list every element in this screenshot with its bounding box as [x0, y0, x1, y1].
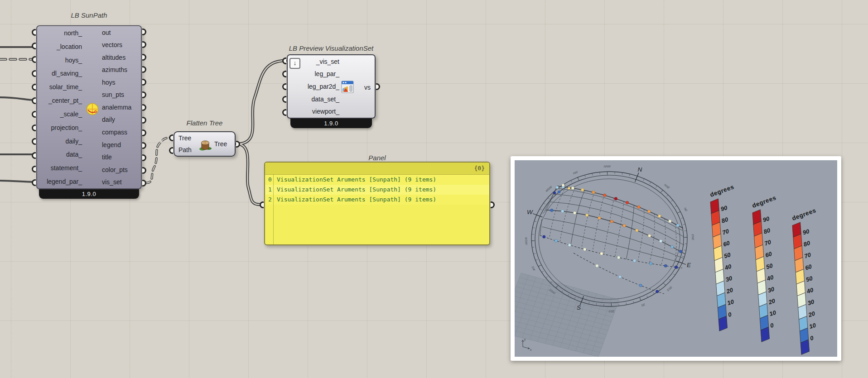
preview-input-legpar: leg_par_: [315, 71, 340, 77]
sunpath-input-statement: statement_: [51, 165, 82, 171]
preview-version: 1.9.0: [290, 119, 372, 128]
sunpath-output-azimuths: azimuths: [102, 67, 127, 73]
sunpath-title: LB SunPath: [36, 11, 142, 19]
flatten-input-path: Path: [178, 147, 192, 153]
sunpath-input-projection: projection_: [51, 124, 82, 131]
panel-row: 2VisualizationSet Aruments [Sunpath] (9 …: [265, 195, 489, 205]
input-_vis_set-grip[interactable]: [282, 57, 286, 64]
sunpath-input-location: _location: [57, 43, 82, 50]
sunpath-input-dlsaving: dl_saving_: [52, 70, 82, 77]
sunpath-input-scale: _scale_: [60, 111, 82, 117]
panel-component[interactable]: {0} 0VisualizationSet Aruments [Sunpath]…: [264, 162, 490, 245]
preview-title: LB Preview VisualizationSet: [278, 44, 385, 52]
panel-rows: 0VisualizationSet Aruments [Sunpath] (9 …: [265, 175, 489, 205]
input-leg_par_-grip[interactable]: [282, 71, 286, 77]
compass-label-N: N: [637, 166, 642, 173]
input-_scale_-grip[interactable]: [32, 111, 36, 118]
compass-label-WSW: WSW: [525, 237, 528, 245]
flatten-body[interactable]: Tree Path Tree: [174, 131, 236, 157]
sunpath-input-hoys: hoys_: [65, 57, 82, 63]
sunpath-outputs: outvectorsaltitudesazimuthshoyssun_ptsan…: [102, 26, 139, 188]
visualization-icon: [341, 81, 354, 93]
sunpath-body[interactable]: north__locationhoys_dl_saving_solar_time…: [36, 25, 142, 189]
panel-header: {0}: [265, 163, 489, 175]
input-solar_time_-grip[interactable]: [32, 84, 36, 91]
panel-title: Panel: [264, 154, 490, 162]
panel-body[interactable]: {0} 0VisualizationSet Aruments [Sunpath]…: [264, 162, 490, 245]
sunpath-3d-preview: NNNENEENEEESESESSESSSWSWWSWWWNWNWNNW 908…: [515, 160, 837, 357]
sunpath-inputs: north__locationhoys_dl_saving_solar_time…: [37, 26, 82, 188]
compass-label-SSE: SSE: [608, 310, 615, 313]
sunpath-output-vectors: vectors: [102, 42, 122, 48]
sunpath-icon: [86, 102, 99, 116]
preview-body[interactable]: _vis_setleg_par_leg_par2d_data_set_viewp…: [287, 54, 376, 119]
compass-label-W: W: [527, 209, 533, 215]
sunpath-output-sunpts: sun_pts: [102, 91, 124, 98]
sunpath-output-analemma: analemma: [102, 104, 131, 110]
compass-label-S: S: [577, 304, 581, 311]
sunpath-version: 1.9.0: [39, 189, 139, 199]
sunpath-output-hoys: hoys: [102, 79, 116, 86]
flatten-output-tree: Tree: [214, 141, 227, 147]
rhino-viewport-preview: NNNENEENEEESESESSESSSWSWWSWWWNWNWNNW 908…: [511, 156, 841, 361]
preview-input-visset: _vis_set: [316, 58, 339, 65]
input-data_-grip[interactable]: [32, 152, 36, 159]
sunpath-output-colorpts: color_pts: [102, 167, 128, 173]
input-viewport_-grip[interactable]: [282, 109, 286, 116]
sunpath-output-visset: vis_set: [102, 179, 122, 185]
panel-row: 1VisualizationSet Aruments [Sunpath] (9 …: [265, 185, 489, 195]
input-legend_par_-grip[interactable]: [32, 179, 36, 186]
sunpath-input-daily: daily_: [65, 138, 82, 144]
grasshopper-canvas[interactable]: { "components": { "sunpath": { "title": …: [0, 0, 868, 378]
input-dl_saving_-grip[interactable]: [32, 70, 36, 77]
preview-input-dataset: data_set_: [312, 96, 340, 102]
flatten-input-tree: Tree: [178, 135, 191, 141]
sunpath-input-legendpar: legend_par_: [47, 178, 82, 185]
sunpath-output-daily: daily: [102, 116, 115, 123]
preview-output-vs: vs: [364, 84, 371, 91]
tree-stump-icon: [198, 139, 212, 151]
sunpath-output-title: title: [102, 154, 112, 160]
input-statement_-grip[interactable]: [32, 166, 36, 172]
input-path-grip[interactable]: [169, 147, 173, 154]
preview-input-viewport: viewport_: [312, 108, 339, 115]
input-_center_pt_-grip[interactable]: [32, 97, 36, 104]
wire-legend-par[interactable]: [0, 181, 34, 182]
flatten-component[interactable]: Tree Path Tree: [174, 131, 236, 157]
panel-path-badge: {0}: [474, 165, 485, 172]
sunpath-input-data: data_: [66, 151, 82, 158]
compass-label-E: E: [687, 262, 691, 268]
compass-label-ENE: ENE: [691, 234, 694, 240]
compass-label-NNW: NNW: [603, 165, 611, 168]
sunpath-output-altitudes: altitudes: [102, 54, 125, 61]
input-leg_par2d_-grip[interactable]: [282, 83, 286, 90]
panel-input-grip[interactable]: [260, 201, 264, 208]
flatten-title: Flatten Tree: [169, 119, 240, 127]
sunpath-input-north: north_: [64, 30, 82, 36]
preview-component[interactable]: _vis_setleg_par_leg_par2d_data_set_viewp…: [287, 54, 376, 119]
wire-flatten-visset[interactable]: [237, 61, 285, 144]
input-north_-grip[interactable]: [32, 29, 36, 36]
sunpath-output-compass: compass: [102, 129, 127, 135]
panel-groove: [273, 174, 274, 244]
wire-center-pt[interactable]: [0, 97, 34, 100]
expand-arrow-button[interactable]: ↓: [289, 58, 300, 69]
sunpath-output-legend: legend: [102, 142, 121, 148]
preview-input-legpar2d: leg_par2d_: [308, 83, 339, 90]
panel-row: 0VisualizationSet Aruments [Sunpath] (9 …: [265, 175, 489, 185]
sunpath-input-solartime: solar_time_: [49, 84, 82, 90]
sunpath-input-centerpt: _center_pt_: [48, 97, 82, 104]
input-tree-grip[interactable]: [169, 134, 173, 141]
sunpath-output-out: out: [102, 29, 111, 36]
wire-flatten-panel[interactable]: [237, 144, 260, 205]
sunpath-component[interactable]: north__locationhoys_dl_saving_solar_time…: [36, 25, 142, 189]
